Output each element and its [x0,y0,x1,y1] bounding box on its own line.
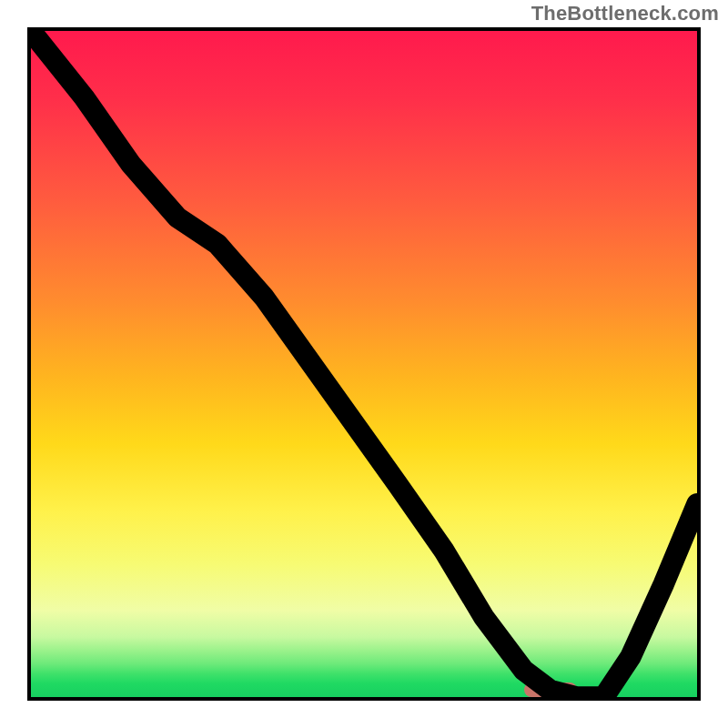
curve-path [31,31,697,697]
chart-container: TheBottleneck.com [0,0,728,728]
bottleneck-curve [31,31,697,697]
watermark-text: TheBottleneck.com [531,2,719,25]
plot-frame [27,27,701,701]
